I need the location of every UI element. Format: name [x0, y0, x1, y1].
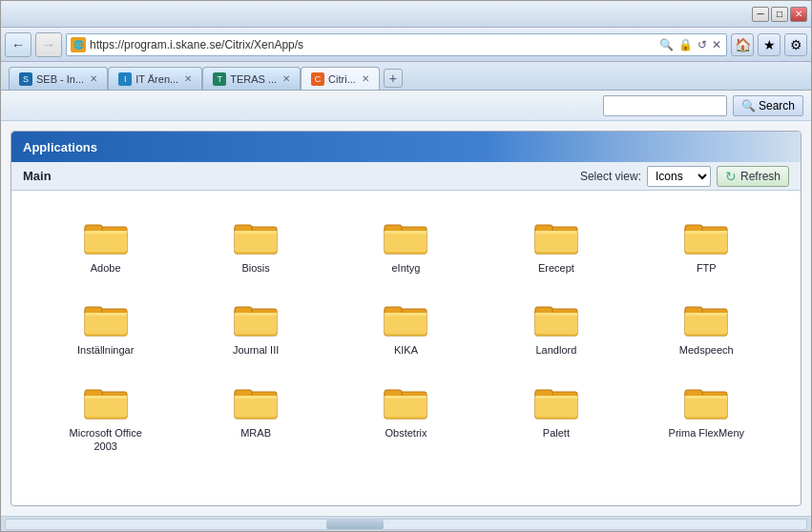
folder-item-landlord[interactable]: Landlord	[481, 292, 631, 364]
svg-rect-74	[685, 396, 727, 399]
tab-teras[interactable]: T TERAS ... ✕	[202, 67, 301, 90]
folder-item-installningar[interactable]: Inställningar	[31, 292, 180, 364]
folder-item-biosis[interactable]: Biosis	[180, 210, 330, 282]
tab-label-seb: SEB - In...	[36, 73, 84, 85]
tab-seb[interactable]: S SEB - In... ✕	[9, 67, 108, 90]
folder-label-medspeech: Medspeech	[679, 343, 734, 357]
panel-title: Applications	[23, 140, 97, 154]
svg-rect-73	[685, 396, 727, 417]
nav-icons-right: 🏠 ★ ⚙	[731, 33, 807, 56]
minimize-button[interactable]: ─	[752, 7, 769, 22]
refresh-address-icon[interactable]: ↺	[697, 37, 708, 52]
tab-favicon-seb: S	[19, 72, 32, 86]
svg-rect-54	[85, 396, 127, 399]
panel-header: Applications	[11, 132, 801, 162]
svg-rect-33	[235, 313, 277, 334]
folder-item-msoffice[interactable]: Microsoft Office 2003	[31, 375, 180, 461]
folder-icon-biosis	[233, 217, 279, 256]
select-view-label: Select view:	[580, 170, 641, 183]
tab-close-it[interactable]: ✕	[184, 73, 192, 84]
address-input[interactable]	[90, 38, 655, 51]
search-button[interactable]: 🔍 Search	[733, 95, 803, 116]
folder-icon-obstetrix	[383, 382, 428, 420]
search-input[interactable]	[608, 99, 722, 113]
svg-rect-49	[685, 313, 727, 316]
search-input-box	[603, 95, 727, 116]
favorites-button[interactable]: ★	[758, 33, 781, 56]
tools-button[interactable]: ⚙	[784, 33, 807, 56]
refresh-icon: ↻	[725, 169, 737, 184]
address-bar-icons: 🔍 🔒 ↺ ✕	[658, 37, 722, 52]
folder-item-erecept[interactable]: Erecept	[481, 210, 631, 282]
svg-rect-69	[535, 396, 577, 399]
tab-close-teras[interactable]: ✕	[282, 73, 290, 84]
folder-item-kika[interactable]: KIKA	[331, 292, 481, 364]
tab-label-teras: TERAS ...	[230, 73, 277, 85]
toolbar-right: Select view: Icons List Details ↻ Refres…	[580, 166, 789, 187]
folder-item-palett[interactable]: Palett	[481, 375, 631, 461]
svg-rect-64	[385, 396, 427, 399]
folder-icon-msoffice	[83, 382, 129, 420]
folder-icon-ftp	[683, 217, 729, 256]
svg-rect-48	[685, 313, 727, 334]
tab-favicon-citri: C	[311, 72, 324, 86]
folder-icon-eintyg	[383, 217, 428, 256]
folder-label-ftp: FTP	[697, 261, 717, 275]
main-panel: Applications Main Select view: Icons Lis…	[10, 131, 802, 506]
folder-label-msoffice: Microsoft Office 2003	[63, 426, 149, 454]
folder-label-erecept: Erecept	[538, 261, 574, 275]
folder-label-adobe: Adobe	[91, 261, 121, 275]
tab-citri[interactable]: C Citri... ✕	[301, 67, 380, 90]
forward-button[interactable]: →	[35, 32, 62, 57]
folder-item-eintyg[interactable]: eIntyg	[331, 210, 481, 282]
close-button[interactable]: ✕	[790, 7, 807, 22]
address-bar: 🌐 🔍 🔒 ↺ ✕	[66, 33, 727, 56]
folder-item-prima[interactable]: Prima FlexMeny	[632, 375, 781, 461]
svg-rect-59	[235, 396, 277, 399]
svg-rect-19	[535, 231, 577, 234]
horizontal-scroll-thumb[interactable]	[326, 520, 384, 529]
view-select[interactable]: Icons List Details	[647, 166, 711, 187]
lock-icon: 🔒	[677, 37, 694, 52]
svg-rect-34	[235, 313, 277, 316]
folder-icon-installningar	[83, 299, 129, 338]
new-tab-button[interactable]: +	[384, 69, 403, 88]
folder-label-landlord: Landlord	[535, 343, 576, 357]
folder-icon-landlord	[533, 299, 579, 338]
svg-rect-8	[235, 231, 277, 252]
refresh-label: Refresh	[740, 170, 781, 183]
stop-icon[interactable]: ✕	[711, 37, 722, 52]
tab-it[interactable]: I IT Ären... ✕	[108, 67, 202, 90]
folder-item-ftp[interactable]: FTP	[632, 210, 781, 282]
search-bar: 🔍 Search	[1, 91, 811, 121]
svg-rect-38	[385, 313, 427, 334]
search-address-icon[interactable]: 🔍	[658, 37, 675, 52]
title-bar-buttons: ─ □ ✕	[752, 7, 807, 22]
panel-toolbar: Main Select view: Icons List Details ↻ R…	[11, 162, 801, 191]
svg-rect-23	[685, 231, 727, 252]
tab-close-citri[interactable]: ✕	[362, 73, 369, 84]
folder-item-obstetrix[interactable]: Obstetrix	[331, 375, 481, 461]
svg-rect-24	[685, 231, 727, 234]
tab-close-seb[interactable]: ✕	[90, 73, 97, 84]
folder-item-journal3[interactable]: Journal III	[180, 292, 330, 364]
refresh-button[interactable]: ↻ Refresh	[717, 166, 789, 187]
folder-label-kika: KIKA	[394, 343, 418, 357]
folder-item-mrab[interactable]: MRAB	[180, 375, 330, 461]
folder-label-prima: Prima FlexMeny	[669, 426, 744, 440]
icons-panel[interactable]: Adobe Biosis eIntyg Erecept FTP Inställn…	[11, 191, 801, 505]
svg-rect-58	[235, 396, 277, 417]
search-icon: 🔍	[741, 99, 756, 113]
svg-rect-39	[385, 313, 427, 316]
folder-item-adobe[interactable]: Adobe	[31, 210, 180, 282]
folder-icon-prima	[683, 382, 729, 420]
home-button[interactable]: 🏠	[731, 33, 754, 56]
folder-item-medspeech[interactable]: Medspeech	[632, 292, 781, 364]
horizontal-scroll-track[interactable]	[5, 519, 807, 530]
maximize-button[interactable]: □	[771, 7, 788, 22]
tab-label-citri: Citri...	[328, 73, 356, 85]
tab-label-it: IT Ären...	[135, 73, 178, 85]
folder-icon-adobe	[83, 217, 129, 256]
back-button[interactable]: ←	[5, 32, 31, 57]
svg-rect-3	[85, 231, 127, 252]
